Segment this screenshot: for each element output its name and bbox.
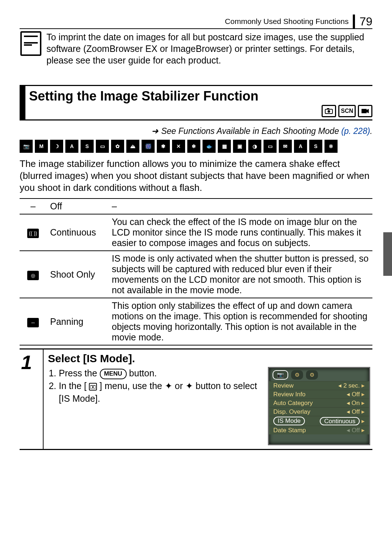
camera-mode-icon bbox=[322, 105, 336, 117]
lcd-label: Date Stamp bbox=[273, 427, 306, 434]
mode-icon: ※ bbox=[324, 140, 338, 153]
svg-point-1 bbox=[328, 110, 330, 113]
mode-icon: 🎆 bbox=[142, 140, 155, 153]
header-separator bbox=[353, 15, 355, 28]
menu-button-icon: MENU bbox=[100, 369, 127, 379]
svg-rect-2 bbox=[327, 108, 329, 110]
mode-icon: ▭ bbox=[96, 140, 109, 153]
instruction-text: In the [ bbox=[59, 381, 86, 391]
table-row: ↔ Panning This option only stabilizes th… bbox=[20, 298, 372, 345]
mode-icon: A bbox=[65, 140, 78, 153]
mode-icon: ▭ bbox=[264, 140, 277, 153]
xref-link[interactable]: (p. 228) bbox=[341, 126, 370, 136]
mode-icon: ☽ bbox=[50, 140, 63, 153]
mode-icon: M bbox=[35, 140, 48, 153]
section-heading: Setting the Image Stabilizer Function SC… bbox=[20, 85, 372, 120]
xref-dot: . bbox=[370, 126, 372, 136]
instruction-text: Press the bbox=[59, 368, 100, 378]
lcd-tab-tools: ⚙ bbox=[291, 370, 303, 380]
arrow-icon: ➜ bbox=[151, 126, 158, 136]
up-arrow-icon: ✦ bbox=[165, 381, 172, 391]
step-instructions: Press the MENU button. In the [ ] menu, … bbox=[49, 367, 261, 405]
step-title: Select [IS Mode]. bbox=[48, 352, 370, 365]
lcd-label: Auto Category bbox=[273, 400, 313, 407]
svg-point-6 bbox=[92, 387, 94, 388]
note-text: To imprint the date on images for all bu… bbox=[46, 31, 372, 66]
lcd-label: Review Info bbox=[273, 391, 306, 398]
is-mode-label: Panning bbox=[46, 298, 108, 345]
lcd-menu-row: Disp. Overlay Off ▸ bbox=[269, 407, 369, 416]
table-row: – Off – bbox=[20, 199, 372, 214]
lcd-tab-camera: 📷 bbox=[273, 370, 288, 380]
mode-icon: ✕ bbox=[172, 140, 185, 153]
lcd-menu-row: Review 2 sec. ▸ bbox=[269, 381, 369, 390]
lcd-menu-row: Auto Category On ▸ bbox=[269, 398, 369, 407]
body-paragraph: The image stabilizer function allows you… bbox=[20, 158, 372, 194]
step-block: 1 Select [IS Mode]. Press the MENU butto… bbox=[20, 348, 372, 450]
section-bar bbox=[20, 86, 25, 119]
step-number: 1 bbox=[20, 349, 44, 449]
section-title: Setting the Image Stabilizer Function bbox=[29, 89, 372, 103]
document-icon bbox=[20, 31, 41, 56]
mode-icon: S bbox=[81, 140, 94, 153]
down-arrow-icon: ✦ bbox=[185, 381, 193, 391]
is-mode-desc: This option only stabilizes the effect o… bbox=[108, 298, 372, 345]
is-mode-label: Shoot Only bbox=[46, 251, 108, 298]
lcd-tab-row: 📷 ⚙ ⚙ bbox=[269, 368, 369, 381]
page-edge-thumb-tab bbox=[383, 232, 392, 276]
xref-text: See Functions Available in Each Shooting… bbox=[161, 126, 339, 136]
table-row: ◎ Shoot Only IS mode is only activated w… bbox=[20, 251, 372, 298]
mode-icon: S bbox=[309, 140, 322, 153]
scn-mode-icon: SCN bbox=[338, 105, 356, 117]
mode-badges: SCN bbox=[29, 105, 372, 117]
mode-icon: 🐟 bbox=[203, 140, 216, 153]
is-mode-desc: IS mode is only activated when the shutt… bbox=[108, 251, 372, 298]
lcd-label: Disp. Overlay bbox=[273, 408, 310, 416]
lcd-menu-row-selected: IS Mode Continuous ▸ bbox=[269, 416, 369, 426]
lcd-label: Review bbox=[273, 382, 294, 389]
lcd-menu-row: Review Info Off ▸ bbox=[269, 390, 369, 398]
lcd-screenshot: 📷 ⚙ ⚙ Review 2 sec. ▸ Review Info Off ▸ … bbox=[268, 367, 370, 445]
table-row: (( )) Continuous You can check the effec… bbox=[20, 214, 372, 251]
mode-icon: ▣ bbox=[233, 140, 246, 153]
instruction-text: ] menu, use the bbox=[99, 381, 164, 391]
note-block: To imprint the date on images for all bu… bbox=[20, 28, 372, 70]
mode-icon: ✿ bbox=[111, 140, 124, 153]
lcd-value: Off bbox=[347, 391, 360, 398]
is-shoot-only-icon: ◎ bbox=[27, 271, 39, 280]
mode-icon: ✾ bbox=[157, 140, 170, 153]
mode-icon: ⛰ bbox=[126, 140, 139, 153]
is-mode-desc: – bbox=[108, 199, 372, 214]
page-number: 79 bbox=[359, 15, 372, 28]
is-panning-icon: ↔ bbox=[27, 318, 39, 327]
is-continuous-icon: (( )) bbox=[27, 229, 39, 238]
movie-mode-icon bbox=[358, 105, 372, 117]
is-mode-desc: You can check the effect of the IS mode … bbox=[108, 214, 372, 251]
camera-tab-icon bbox=[89, 383, 97, 391]
mode-icon: ▦ bbox=[218, 140, 231, 153]
lcd-tab-user: ⚙ bbox=[306, 370, 318, 380]
header-title: Commonly Used Shooting Functions bbox=[225, 17, 349, 26]
mode-icon: 📷 bbox=[20, 140, 33, 153]
lcd-label-selected: IS Mode bbox=[273, 417, 305, 425]
instruction-text: button. bbox=[129, 368, 157, 378]
page-header: Commonly Used Shooting Functions 79 bbox=[20, 15, 372, 28]
svg-marker-4 bbox=[367, 109, 369, 113]
lcd-value: Off bbox=[347, 427, 360, 434]
is-mode-table: – Off – (( )) Continuous You can check t… bbox=[20, 198, 372, 345]
svg-rect-3 bbox=[362, 109, 367, 113]
mode-icon: ✉ bbox=[279, 140, 292, 153]
is-mode-label: Off bbox=[46, 199, 108, 214]
mode-icon: ❄ bbox=[187, 140, 200, 153]
instruction-text: or bbox=[175, 381, 185, 391]
manual-page: Commonly Used Shooting Functions 79 To i… bbox=[0, 0, 392, 552]
is-off-icon: – bbox=[20, 199, 46, 214]
is-mode-label: Continuous bbox=[46, 214, 108, 251]
lcd-value: On bbox=[347, 400, 360, 406]
lcd-menu-row: Date Stamp Off ▸ bbox=[269, 426, 369, 434]
mode-icon: ◑ bbox=[248, 140, 261, 153]
cross-reference: ➜ See Functions Available in Each Shooti… bbox=[20, 126, 372, 136]
lcd-value: Off bbox=[347, 408, 360, 415]
lcd-value-selected: Continuous bbox=[320, 417, 360, 425]
mode-icon: A bbox=[294, 140, 307, 153]
